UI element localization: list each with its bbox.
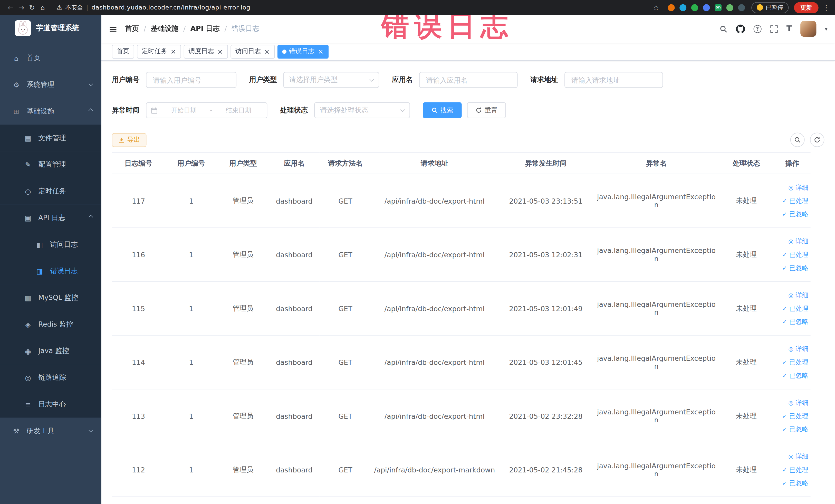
sidebar-item-system-management[interactable]: ⚙系统管理 (0, 72, 101, 98)
sidebar-item-error-log[interactable]: ◨错误日志 (0, 258, 101, 284)
font-size-icon[interactable]: T (787, 24, 792, 33)
request-url-label: 请求地址 (530, 75, 558, 85)
extension-green-on-badge[interactable]: on (715, 4, 721, 11)
action-ignored-link[interactable]: ✓已忽略 (776, 477, 809, 490)
date-start-placeholder[interactable]: 开始日期 (160, 106, 208, 115)
tab-error-log[interactable]: 错误日志× (277, 44, 328, 58)
hide-search-button[interactable] (790, 133, 805, 147)
sidebar-item-java-monitor[interactable]: ◉Java 监控 (0, 338, 101, 364)
github-icon[interactable] (736, 24, 745, 33)
cell-user_id: 1 (165, 228, 217, 282)
chevron-up-icon (88, 108, 93, 113)
tab-schedule-log[interactable]: 调度日志× (184, 44, 228, 58)
action-processed-link[interactable]: ✓已处理 (776, 463, 809, 477)
sidebar-item-redis-monitor[interactable]: ◈Redis 监控 (0, 311, 101, 338)
hamburger-icon[interactable]: ≡ (101, 22, 125, 35)
action-ignored-link[interactable]: ✓已忽略 (776, 423, 809, 436)
column-header-process-status: 处理状态 (719, 153, 774, 174)
search-icon[interactable] (719, 25, 727, 33)
request-url-input[interactable] (565, 72, 663, 88)
action-processed-link[interactable]: ✓已处理 (776, 302, 809, 315)
close-icon[interactable]: × (170, 48, 176, 55)
sidebar-item-scheduled-tasks[interactable]: ◷定时任务 (0, 178, 101, 205)
user-id-input[interactable] (146, 72, 237, 88)
action-processed-link[interactable]: ✓已处理 (776, 194, 809, 207)
action-label: 已处理 (789, 194, 809, 207)
back-icon[interactable]: ← (5, 3, 16, 11)
app-name-label: 应用名 (392, 75, 413, 85)
sidebar-item-trace[interactable]: ◎链路追踪 (0, 364, 101, 391)
extension-dark-paw[interactable] (738, 4, 745, 11)
extension-green-circle[interactable] (691, 4, 698, 11)
bookmark-star-icon[interactable]: ☆ (651, 3, 661, 11)
date-range-picker[interactable]: 开始日期 - 结束日期 (146, 102, 267, 118)
action-detail-link[interactable]: ◎详细 (776, 181, 809, 194)
action-ignored-link[interactable]: ✓已忽略 (776, 207, 809, 221)
sidebar-item-label: 首页 (27, 53, 91, 63)
action-detail-link[interactable]: ◎详细 (776, 450, 809, 463)
reload-icon[interactable]: ↻ (27, 3, 37, 11)
table-row: 1141管理员dashboardGET/api/infra/db-doc/exp… (112, 335, 811, 389)
app-name-input[interactable] (419, 72, 518, 88)
reset-button[interactable]: 重置 (467, 102, 506, 118)
tab-home[interactable]: 首页 (112, 44, 134, 58)
tab-access-log[interactable]: 访问日志× (230, 44, 274, 58)
check-icon: ✓ (782, 315, 787, 328)
update-button[interactable]: 更新 (794, 2, 818, 13)
close-icon[interactable]: × (318, 48, 324, 55)
action-processed-link[interactable]: ✓已处理 (776, 409, 809, 423)
user-avatar[interactable] (800, 21, 816, 37)
action-detail-link[interactable]: ◎详细 (776, 235, 809, 248)
process-status-select[interactable]: 请选择处理状态 (314, 102, 410, 118)
cell-status: 未处理 (719, 389, 774, 443)
forward-icon[interactable]: → (16, 3, 26, 11)
tab-scheduled-tasks[interactable]: 定时任务× (137, 44, 181, 58)
address-bar-url[interactable]: dashboard.yudao.iocoder.cn/infra/log/api… (91, 4, 250, 11)
site-security-chip[interactable]: ⚠ 不安全 (57, 3, 83, 11)
sidebar-item-config-management[interactable]: ✎配置管理 (0, 151, 101, 178)
check-icon: ✓ (782, 261, 787, 275)
date-end-placeholder[interactable]: 结束日期 (214, 106, 262, 115)
gear-icon: ⚙ (12, 81, 21, 88)
help-icon[interactable]: ? (753, 25, 761, 33)
breadcrumb-item[interactable]: 首页 (125, 24, 139, 33)
refresh-button[interactable] (810, 133, 824, 147)
sidebar-item-access-log[interactable]: ◧访问日志 (0, 231, 101, 258)
export-button[interactable]: 导出 (112, 133, 147, 147)
action-processed-link[interactable]: ✓已处理 (776, 356, 809, 369)
sidebar-item-home[interactable]: ⌂首页 (0, 45, 101, 72)
action-processed-link[interactable]: ✓已处理 (776, 248, 809, 261)
action-ignored-link[interactable]: ✓已忽略 (776, 261, 809, 275)
sidebar-item-log-center[interactable]: ≡日志中心 (0, 391, 101, 418)
search-button[interactable]: 搜索 (423, 102, 462, 118)
action-label: 已处理 (789, 248, 809, 261)
breadcrumb-item[interactable]: 基础设施 (151, 24, 178, 33)
user-type-placeholder: 请选择用户类型 (289, 75, 338, 85)
browser-menu-icon[interactable]: ⋮ (823, 3, 830, 11)
sidebar-item-api-log[interactable]: ▣API 日志 (0, 205, 101, 231)
extension-leaf[interactable] (727, 4, 733, 11)
extension-blue-grid[interactable] (703, 4, 710, 11)
close-icon[interactable]: × (264, 48, 270, 55)
app-title: 芋道管理系统 (36, 23, 79, 33)
close-icon[interactable]: × (217, 48, 223, 55)
sidebar-item-mysql-monitor[interactable]: ▥MySQL 监控 (0, 284, 101, 311)
action-label: 详细 (795, 235, 808, 248)
action-detail-link[interactable]: ◎详细 (776, 288, 809, 302)
paused-extension-badge[interactable]: 已暂停 (751, 2, 789, 13)
action-detail-link[interactable]: ◎详细 (776, 342, 809, 356)
sidebar-item-dev-tools[interactable]: ⚒研发工具 (0, 418, 101, 444)
action-detail-link[interactable]: ◎详细 (776, 396, 809, 409)
breadcrumb-item[interactable]: API 日志 (190, 24, 220, 33)
action-label: 详细 (795, 450, 808, 463)
user-type-select[interactable]: 请选择用户类型 (283, 72, 379, 88)
extension-orange-circle[interactable] (668, 4, 675, 11)
action-ignored-link[interactable]: ✓已忽略 (776, 369, 809, 382)
browser-home-icon[interactable]: ⌂ (37, 3, 48, 11)
caret-down-icon[interactable]: ▾ (825, 26, 828, 32)
action-ignored-link[interactable]: ✓已忽略 (776, 315, 809, 328)
extension-blue-drop[interactable] (679, 4, 686, 11)
fullscreen-icon[interactable] (770, 25, 778, 33)
sidebar-item-infrastructure[interactable]: ⊞基础设施 (0, 98, 101, 125)
sidebar-item-file-management[interactable]: ▤文件管理 (0, 124, 101, 151)
